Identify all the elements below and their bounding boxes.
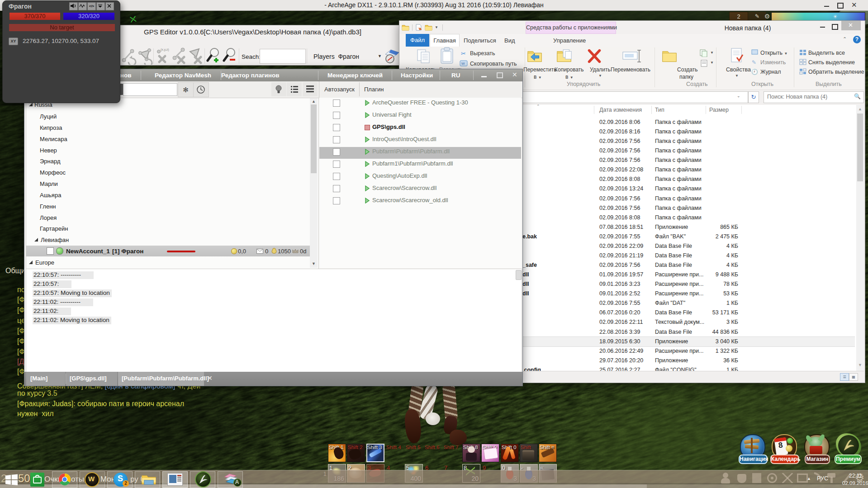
svg-text:(x,y,z): (x,y,z) (161, 48, 169, 52)
svg-text:W: W (461, 62, 465, 66)
